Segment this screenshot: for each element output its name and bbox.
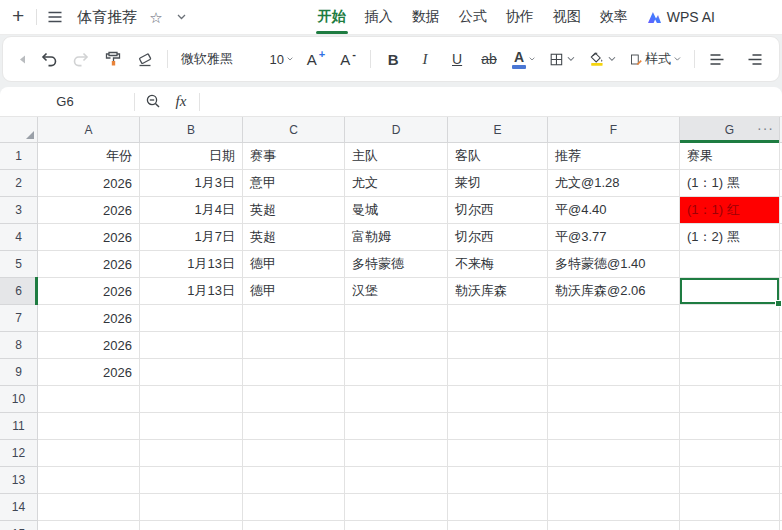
format-painter-button[interactable] — [99, 43, 127, 75]
cell-B14[interactable] — [140, 494, 243, 521]
cell-F13[interactable] — [548, 467, 680, 494]
cell-A8[interactable]: 2026 — [38, 332, 140, 359]
cell-D14[interactable] — [345, 494, 448, 521]
cell-G2[interactable]: (1：1) 黑 — [680, 170, 780, 197]
cell-D8[interactable] — [345, 332, 448, 359]
cell-F10[interactable] — [548, 386, 680, 413]
cell-F4[interactable]: 平@3.77 — [548, 224, 680, 251]
cell-F9[interactable] — [548, 359, 680, 386]
tab-formula[interactable]: 公式 — [459, 0, 487, 34]
cell-E9[interactable] — [448, 359, 548, 386]
row-header-7[interactable]: 7 — [0, 305, 38, 332]
cell-F7[interactable] — [548, 305, 680, 332]
tab-insert[interactable]: 插入 — [365, 0, 393, 34]
search-button[interactable] — [139, 86, 167, 118]
cell-G1[interactable]: 赛果 — [680, 143, 780, 170]
cell-A1[interactable]: 年份 — [38, 143, 140, 170]
cell-G5[interactable] — [680, 251, 780, 278]
column-header-B[interactable]: B — [140, 117, 243, 143]
column-more-icon[interactable]: ··· — [757, 120, 774, 136]
cell-B13[interactable] — [140, 467, 243, 494]
cell-G7[interactable] — [680, 305, 780, 332]
italic-button[interactable]: I — [411, 43, 439, 75]
cell-F12[interactable] — [548, 440, 680, 467]
cell-B7[interactable] — [140, 305, 243, 332]
cell-A6[interactable]: 2026 — [38, 278, 140, 305]
row-header-4[interactable]: 4 — [0, 224, 38, 251]
cell-E1[interactable]: 客队 — [448, 143, 548, 170]
tab-wps-ai[interactable]: WPS AI — [647, 0, 715, 34]
cell-B1[interactable]: 日期 — [140, 143, 243, 170]
font-size-select[interactable]: 10 — [265, 43, 299, 75]
cell-A9[interactable]: 2026 — [38, 359, 140, 386]
cell-D10[interactable] — [345, 386, 448, 413]
column-header-E[interactable]: E — [448, 117, 548, 143]
cell-C10[interactable] — [243, 386, 345, 413]
formula-input[interactable] — [204, 87, 782, 116]
row-header-8[interactable]: 8 — [0, 332, 38, 359]
name-box[interactable]: G6 — [0, 94, 130, 109]
cell-B2[interactable]: 1月3日 — [140, 170, 243, 197]
cell-D4[interactable]: 富勒姆 — [345, 224, 448, 251]
cell-C4[interactable]: 英超 — [243, 224, 345, 251]
column-header-A[interactable]: A — [38, 117, 140, 143]
cell-G3[interactable]: (1：1) 红 — [680, 197, 780, 224]
align-center-button[interactable] — [741, 43, 769, 75]
font-name-select[interactable]: 微软雅黑 — [176, 43, 261, 75]
cell-F2[interactable]: 尤文@1.28 — [548, 170, 680, 197]
cell-D13[interactable] — [345, 467, 448, 494]
row-header-1[interactable]: 1 — [0, 143, 38, 170]
title-menu-button[interactable] — [173, 12, 190, 22]
decrease-font-button[interactable]: A- — [334, 43, 362, 75]
cell-G15[interactable] — [680, 521, 780, 530]
cell-D1[interactable]: 主队 — [345, 143, 448, 170]
tab-efficiency[interactable]: 效率 — [600, 0, 628, 34]
cell-G13[interactable] — [680, 467, 780, 494]
tab-home[interactable]: 开始 — [318, 0, 346, 34]
cell-E3[interactable]: 切尔西 — [448, 197, 548, 224]
column-header-C[interactable]: C — [243, 117, 345, 143]
row-header-9[interactable]: 9 — [0, 359, 38, 386]
cell-A3[interactable]: 2026 — [38, 197, 140, 224]
cell-A5[interactable]: 2026 — [38, 251, 140, 278]
tab-view[interactable]: 视图 — [553, 0, 581, 34]
cell-D15[interactable] — [345, 521, 448, 530]
cell-D7[interactable] — [345, 305, 448, 332]
cell-B11[interactable] — [140, 413, 243, 440]
row-header-10[interactable]: 10 — [0, 386, 38, 413]
cell-C15[interactable] — [243, 521, 345, 530]
row-header-5[interactable]: 5 — [0, 251, 38, 278]
cell-D3[interactable]: 曼城 — [345, 197, 448, 224]
increase-font-button[interactable]: A+ — [302, 43, 330, 75]
cell-F11[interactable] — [548, 413, 680, 440]
cell-E15[interactable] — [448, 521, 548, 530]
cell-styles-button[interactable]: 样式 — [625, 43, 686, 75]
row-header-14[interactable]: 14 — [0, 494, 38, 521]
cell-B12[interactable] — [140, 440, 243, 467]
cell-A11[interactable] — [38, 413, 140, 440]
cell-B5[interactable]: 1月13日 — [140, 251, 243, 278]
cell-B10[interactable] — [140, 386, 243, 413]
cell-A15[interactable] — [38, 521, 140, 530]
cell-A10[interactable] — [38, 386, 140, 413]
cell-F5[interactable]: 多特蒙德@1.40 — [548, 251, 680, 278]
cell-E6[interactable]: 勒沃库森 — [448, 278, 548, 305]
cell-B3[interactable]: 1月4日 — [140, 197, 243, 224]
column-header-F[interactable]: F — [548, 117, 680, 143]
cell-C8[interactable] — [243, 332, 345, 359]
eraser-button[interactable] — [131, 43, 159, 75]
column-header-G[interactable]: G··· — [680, 117, 780, 143]
collapse-toolbar-button[interactable] — [13, 43, 31, 75]
row-header-13[interactable]: 13 — [0, 467, 38, 494]
cell-A4[interactable]: 2026 — [38, 224, 140, 251]
cell-F14[interactable] — [548, 494, 680, 521]
row-header-2[interactable]: 2 — [0, 170, 38, 197]
cell-B8[interactable] — [140, 332, 243, 359]
strikethrough-button[interactable]: ab — [475, 43, 503, 75]
cell-B9[interactable] — [140, 359, 243, 386]
main-menu-button[interactable] — [43, 8, 67, 26]
column-header-D[interactable]: D — [345, 117, 448, 143]
cell-F3[interactable]: 平@4.40 — [548, 197, 680, 224]
font-color-button[interactable]: A — [507, 43, 540, 75]
cell-E8[interactable] — [448, 332, 548, 359]
